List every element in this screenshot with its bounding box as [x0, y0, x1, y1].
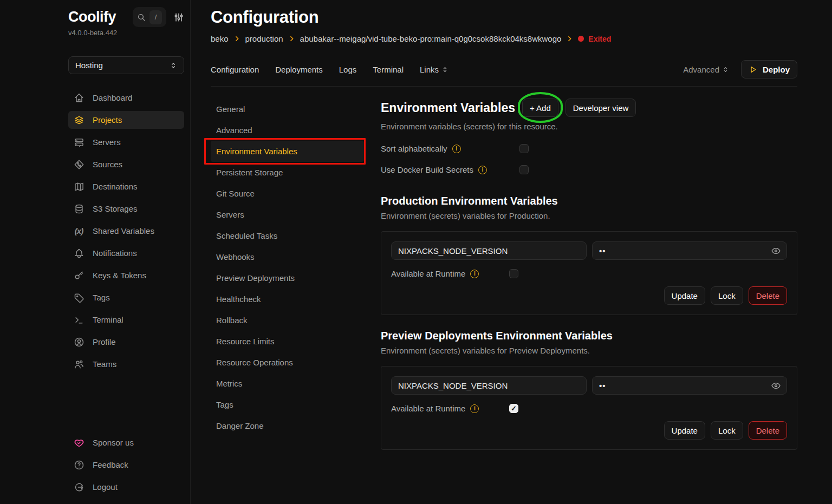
env-variables-panel: Environment Variables + Add Developer vi…: [381, 99, 797, 450]
sidebar-item-sources[interactable]: Sources: [68, 155, 184, 173]
available-at-runtime-checkbox[interactable]: ✓: [509, 269, 518, 278]
lock-button[interactable]: Lock: [711, 286, 743, 305]
production-section-title: Production Environment Variables: [381, 195, 797, 207]
sidebar-item-notifications[interactable]: Notifications: [68, 244, 184, 262]
variable-value-input[interactable]: [592, 241, 787, 260]
update-button[interactable]: Update: [664, 286, 705, 305]
tabs-row: Configuration Deployments Logs Terminal …: [211, 60, 797, 78]
breadcrumb-team[interactable]: beko: [211, 34, 229, 43]
preview-section-subtitle: Environment (secrets) variables for Prev…: [381, 346, 797, 355]
subnav-item-rollback[interactable]: Rollback: [211, 310, 364, 331]
subnav-item-tags[interactable]: Tags: [211, 394, 364, 415]
info-icon[interactable]: i: [470, 270, 479, 278]
subnav-item-servers[interactable]: Servers: [211, 204, 364, 225]
sidebar-item-destinations[interactable]: Destinations: [68, 178, 184, 195]
sidebar-item-label: Sources: [93, 160, 122, 169]
subnav-item-git-source[interactable]: Git Source: [211, 183, 364, 204]
sidebar-item-label: Keys & Tokens: [93, 271, 146, 280]
layers-icon: [73, 115, 84, 126]
variable-key-input[interactable]: [391, 376, 587, 395]
app-logo: Coolify: [68, 9, 116, 25]
subnav-item-webhooks[interactable]: Webhooks: [211, 246, 364, 267]
subnav-item-scheduled-tasks[interactable]: Scheduled Tasks: [211, 225, 364, 246]
tab-links[interactable]: Links: [420, 65, 448, 74]
add-variable-button[interactable]: + Add: [522, 99, 558, 117]
subnav-item-resource-operations[interactable]: Resource Operations: [211, 352, 364, 373]
eye-icon[interactable]: [771, 246, 781, 256]
subnav-item-persistent-storage[interactable]: Persistent Storage: [211, 162, 364, 183]
info-icon[interactable]: i: [478, 166, 487, 174]
tab-configuration[interactable]: Configuration: [211, 65, 259, 74]
breadcrumb-resource[interactable]: abubakar--meigag/vid-tube-beko-pro:main-…: [300, 34, 562, 43]
subnav-item-environment-variables[interactable]: Environment Variables: [211, 141, 364, 162]
sidebar-item-label: Profile: [93, 337, 116, 346]
subnav-item-advanced[interactable]: Advanced: [211, 120, 364, 141]
info-icon[interactable]: i: [452, 145, 461, 153]
breadcrumb-environment[interactable]: production: [245, 34, 283, 43]
play-icon: [749, 65, 758, 74]
docker-build-secrets-checkbox[interactable]: ✓: [519, 165, 529, 174]
tab-logs[interactable]: Logs: [339, 65, 357, 74]
subnav-item-healthcheck[interactable]: Healthcheck: [211, 289, 364, 310]
update-button[interactable]: Update: [664, 421, 705, 440]
search-shortcut-key: /: [150, 10, 162, 24]
sidebar-item-s3-storages[interactable]: S3 Storages: [68, 200, 184, 218]
available-at-runtime-row: Available at Runtime i ✓: [391, 404, 787, 413]
sidebar-item-dashboard[interactable]: Dashboard: [68, 89, 184, 107]
delete-button[interactable]: Delete: [749, 286, 787, 305]
subnav-item-preview-deployments[interactable]: Preview Deployments: [211, 267, 364, 289]
subnav-item-general[interactable]: General: [211, 99, 364, 120]
tab-deployments[interactable]: Deployments: [275, 65, 323, 74]
sidebar-item-projects[interactable]: Projects: [68, 111, 184, 129]
team-select[interactable]: Hosting: [68, 56, 184, 74]
env-variables-subtitle: Environment variables (secrets) for this…: [381, 122, 797, 131]
variable-key-input[interactable]: [391, 241, 587, 260]
search-button[interactable]: /: [133, 7, 166, 27]
docker-build-secrets-label: Use Docker Build Secrets: [381, 165, 473, 174]
filters-icon[interactable]: [173, 12, 184, 23]
lock-button[interactable]: Lock: [711, 421, 743, 440]
production-env-section: Production Environment Variables Environ…: [381, 195, 797, 315]
sort-alphabetically-checkbox[interactable]: ✓: [519, 144, 529, 153]
sidebar-item-servers[interactable]: Servers: [68, 133, 184, 151]
app-version: v4.0.0-beta.442: [68, 29, 184, 37]
sidebar-item-label: Shared Variables: [93, 226, 154, 235]
delete-button[interactable]: Delete: [749, 421, 787, 440]
sidebar-item-label: Projects: [93, 115, 122, 125]
developer-view-button[interactable]: Developer view: [566, 99, 636, 117]
subnav-item-metrics[interactable]: Metrics: [211, 373, 364, 394]
sidebar-item-terminal[interactable]: Terminal: [68, 311, 184, 329]
database-icon: [73, 204, 84, 214]
sidebar-item-sponsor-us[interactable]: Sponsor us: [68, 434, 184, 451]
sidebar-item-logout[interactable]: Logout: [68, 478, 184, 496]
subnav-item-label: Environment Variables: [216, 147, 297, 156]
sidebar-item-profile[interactable]: Profile: [68, 333, 184, 351]
sidebar-item-shared-variables[interactable]: (x) Shared Variables: [68, 222, 184, 240]
eye-icon[interactable]: [771, 381, 781, 391]
sidebar-item-feedback[interactable]: Feedback: [68, 456, 184, 474]
advanced-dropdown[interactable]: Advanced: [683, 65, 729, 74]
sidebar-item-label: Dashboard: [93, 93, 132, 102]
sidebar: Coolify / v4.0.0-beta.442 Hosting Dashbo…: [0, 0, 191, 504]
chevron-right-icon: [288, 35, 295, 42]
available-at-runtime-label: Available at Runtime: [391, 269, 465, 278]
preview-section-title: Preview Deployments Environment Variable…: [381, 330, 797, 342]
sidebar-item-keys-tokens[interactable]: Keys & Tokens: [68, 266, 184, 284]
sidebar-item-tags[interactable]: Tags: [68, 289, 184, 306]
tab-links-label: Links: [420, 65, 439, 74]
sidebar-item-label: Logout: [93, 482, 118, 492]
home-icon: [73, 93, 84, 103]
preview-env-section: Preview Deployments Environment Variable…: [381, 330, 797, 450]
sidebar-nav: Dashboard Projects Servers Sources Desti…: [68, 89, 184, 373]
available-at-runtime-row: Available at Runtime i ✓: [391, 269, 787, 278]
subnav-item-resource-limits[interactable]: Resource Limits: [211, 331, 364, 352]
subnav-item-danger-zone[interactable]: Danger Zone: [211, 415, 364, 436]
deploy-button[interactable]: Deploy: [741, 60, 797, 78]
info-icon[interactable]: i: [470, 404, 479, 413]
env-variable-card: Available at Runtime i ✓ Update Lock Del…: [381, 366, 797, 450]
available-at-runtime-checkbox[interactable]: ✓: [509, 404, 518, 413]
variable-value-input[interactable]: [592, 376, 787, 395]
sidebar-item-teams[interactable]: Teams: [68, 355, 184, 373]
tab-terminal[interactable]: Terminal: [373, 65, 404, 74]
settings-subnav: General Advanced Environment Variables P…: [211, 99, 364, 450]
